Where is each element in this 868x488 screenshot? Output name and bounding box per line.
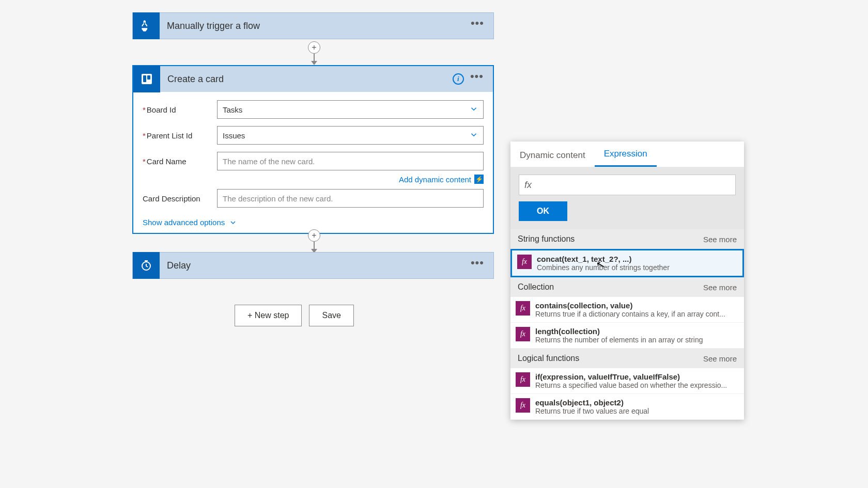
step-create-card[interactable]: Create a card i ••• *Board Id Tasks *Par… <box>132 65 494 234</box>
chevron-down-icon <box>229 218 237 227</box>
save-button[interactable]: Save <box>309 305 353 326</box>
connector-1: + <box>311 41 317 65</box>
function-signature: concat(text_1, text_2?, ...) <box>537 255 737 263</box>
function-category-header: Logical functionsSee more <box>510 349 744 368</box>
expression-input[interactable]: fx <box>519 175 736 195</box>
info-icon[interactable]: i <box>453 73 464 85</box>
card-name-label: *Card Name <box>143 157 217 166</box>
board-id-select[interactable]: Tasks <box>217 100 484 119</box>
parent-list-id-label: *Parent List Id <box>143 131 217 140</box>
card-name-input[interactable]: The name of the new card. <box>217 152 484 170</box>
trigger-menu-icon[interactable]: ••• <box>471 22 484 30</box>
fx-icon: fx <box>516 372 530 387</box>
function-item[interactable]: fxlength(collection)Returns the number o… <box>510 323 744 349</box>
category-name: Logical functions <box>518 354 579 363</box>
add-dynamic-content-icon[interactable]: ⚡ <box>474 175 484 184</box>
parent-list-id-select[interactable]: Issues <box>217 126 484 145</box>
trigger-title: Manually trigger a flow <box>160 21 471 32</box>
tab-dynamic-content[interactable]: Dynamic content <box>510 150 595 167</box>
create-card-menu-icon[interactable]: ••• <box>470 75 484 83</box>
card-description-label: Card Description <box>143 194 217 203</box>
function-description: Returns a specified value based on wheth… <box>535 381 739 389</box>
function-item[interactable]: fxequals(object1, object2)Returns true i… <box>510 394 744 420</box>
function-category-header: String functionsSee more <box>510 229 744 249</box>
step-delay[interactable]: Delay ••• <box>132 252 494 279</box>
tab-expression[interactable]: Expression <box>595 149 657 167</box>
expression-panel: Dynamic content Expression fx OK String … <box>510 141 744 420</box>
trello-icon <box>133 66 160 92</box>
new-step-button[interactable]: + New step <box>235 305 302 326</box>
svg-rect-1 <box>143 75 146 82</box>
create-card-body: *Board Id Tasks *Parent List Id Issues *… <box>132 92 494 234</box>
delay-icon <box>133 252 160 279</box>
function-item[interactable]: fxif(expression, valueIfTrue, valueIfFal… <box>510 368 744 394</box>
fx-icon: fx <box>517 255 532 269</box>
fx-icon: fx <box>516 327 530 341</box>
card-description-input[interactable]: The description of the new card. <box>217 189 484 208</box>
expression-tabs: Dynamic content Expression <box>510 141 744 167</box>
see-more-link[interactable]: See more <box>703 283 737 292</box>
function-signature: length(collection) <box>535 327 739 336</box>
function-item[interactable]: fxcontains(collection, value)Returns tru… <box>510 297 744 323</box>
board-id-label: *Board Id <box>143 105 217 114</box>
see-more-link[interactable]: See more <box>703 235 737 244</box>
show-advanced-options-link[interactable]: Show advanced options <box>143 218 225 227</box>
function-signature: contains(collection, value) <box>535 301 739 310</box>
flow-canvas: Manually trigger a flow ••• + Create a c… <box>0 0 868 488</box>
add-step-button-2[interactable]: + <box>308 229 320 242</box>
function-item[interactable]: fxconcat(text_1, text_2?, ...)Combines a… <box>510 249 744 277</box>
step-trigger[interactable]: Manually trigger a flow ••• <box>132 12 494 39</box>
bottom-buttons: + New step Save <box>235 305 354 326</box>
category-name: String functions <box>518 234 575 244</box>
connector-2: + <box>311 229 317 253</box>
add-dynamic-content-link[interactable]: Add dynamic content <box>399 175 471 184</box>
add-step-button-1[interactable]: + <box>308 41 320 54</box>
function-description: Returns true if two values are equal <box>535 407 739 415</box>
function-signature: equals(object1, object2) <box>535 398 739 407</box>
function-list[interactable]: String functionsSee morefxconcat(text_1,… <box>510 229 744 420</box>
function-description: Returns true if a dictionary contains a … <box>535 310 739 318</box>
category-name: Collection <box>518 282 554 292</box>
trigger-icon <box>133 12 160 39</box>
ok-button[interactable]: OK <box>519 201 567 221</box>
fx-icon: fx <box>516 301 530 316</box>
function-category-header: CollectionSee more <box>510 277 744 297</box>
function-description: Returns the number of elements in an arr… <box>535 336 739 344</box>
see-more-link[interactable]: See more <box>703 354 737 363</box>
create-card-title: Create a card <box>160 74 453 85</box>
delay-title: Delay <box>160 260 471 271</box>
delay-menu-icon[interactable]: ••• <box>471 261 484 270</box>
fx-icon: fx <box>516 398 530 413</box>
svg-rect-2 <box>147 75 150 80</box>
function-description: Combines any number of strings together <box>537 263 737 272</box>
function-signature: if(expression, valueIfTrue, valueIfFalse… <box>535 372 739 381</box>
